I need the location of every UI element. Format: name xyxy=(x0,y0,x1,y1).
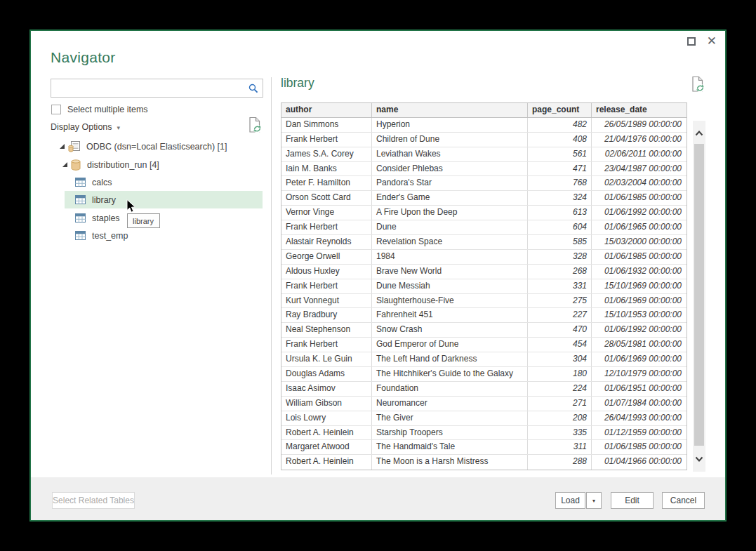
vertical-scrollbar[interactable] xyxy=(693,121,705,472)
search-box[interactable] xyxy=(51,79,263,98)
table-row[interactable]: Frank Herbert Dune Messiah 331 15/10/196… xyxy=(281,279,687,294)
tree-item-staples[interactable]: staples xyxy=(75,209,120,227)
refresh-tree-icon[interactable] xyxy=(248,117,262,136)
cell-page-count: 331 xyxy=(528,279,592,293)
column-header-page-count[interactable]: page_count xyxy=(528,103,592,117)
display-options-dropdown[interactable]: Display Options ▾ xyxy=(51,122,120,132)
display-options-label: Display Options xyxy=(51,122,112,132)
cell-page-count: 224 xyxy=(528,382,592,396)
cell-name: Snow Crash xyxy=(372,323,528,337)
table-row[interactable]: Peter F. Hamilton Pandora's Star 768 02/… xyxy=(281,176,687,191)
table-row[interactable]: Frank Herbert Dune 604 01/06/1965 00:00:… xyxy=(281,220,687,235)
column-header-release-date[interactable]: release_date xyxy=(592,103,686,117)
cell-author: Kurt Vonnegut xyxy=(281,294,372,308)
cell-page-count: 208 xyxy=(528,411,592,425)
tree-node-odbc-source[interactable]: ODBC (dsn=Local Elasticsearch) [1] xyxy=(59,138,227,155)
cell-release-date: 28/05/1981 00:00:00 xyxy=(592,338,686,352)
cell-name: Fahrenheit 451 xyxy=(372,308,528,322)
cell-page-count: 471 xyxy=(528,162,592,176)
cell-release-date: 12/10/1979 00:00:00 xyxy=(592,367,686,381)
table-row[interactable]: Dan Simmons Hyperion 482 26/05/1989 00:0… xyxy=(281,118,687,133)
tree-node-label: ODBC (dsn=Local Elasticsearch) [1] xyxy=(86,142,227,152)
cell-release-date: 02/06/2011 00:00:00 xyxy=(592,147,686,161)
table-row[interactable]: Vernor Vinge A Fire Upon the Deep 613 01… xyxy=(281,206,687,220)
cancel-button[interactable]: Cancel xyxy=(662,492,705,509)
table-row[interactable]: George Orwell 1984 328 01/06/1985 00:00:… xyxy=(281,250,687,265)
scrollbar-thumb[interactable] xyxy=(694,144,704,446)
table-header-row: author name page_count release_date xyxy=(281,103,687,118)
cell-release-date: 01/06/1965 00:00:00 xyxy=(592,220,686,234)
table-row[interactable]: Isaac Asimov Foundation 224 01/06/1951 0… xyxy=(281,382,687,397)
select-multiple-row[interactable]: Select multiple items xyxy=(51,105,148,114)
expand-collapse-icon[interactable] xyxy=(62,161,68,168)
page-title: Navigator xyxy=(51,49,116,66)
cell-release-date: 01/07/1984 00:00:00 xyxy=(592,397,686,411)
footer-bar: Select Related Tables Load ▾ Edit Cancel xyxy=(31,477,725,520)
tree-node-distribution-run[interactable]: distribution_run [4] xyxy=(62,156,159,173)
table-row[interactable]: Kurt Vonnegut Slaughterhouse-Five 275 01… xyxy=(281,294,687,309)
tree-item-library[interactable]: library xyxy=(75,191,116,208)
table-row[interactable]: James S.A. Corey Leviathan Wakes 561 02/… xyxy=(281,147,687,162)
cell-author: Lois Lowry xyxy=(281,411,372,425)
cell-release-date: 01/06/1951 00:00:00 xyxy=(592,382,686,396)
tree-item-calcs[interactable]: calcs xyxy=(75,173,112,191)
cell-release-date: 02/03/2004 00:00:00 xyxy=(592,176,686,190)
cell-author: Peter F. Hamilton xyxy=(281,176,372,190)
table-row[interactable]: Frank Herbert Children of Dune 408 21/04… xyxy=(281,133,687,147)
table-row[interactable]: Lois Lowry The Giver 208 26/04/1993 00:0… xyxy=(281,411,687,426)
table-row[interactable]: Robert A. Heinlein The Moon is a Harsh M… xyxy=(281,455,687,470)
table-row[interactable]: Iain M. Banks Consider Phlebas 471 23/04… xyxy=(281,162,687,177)
edit-button[interactable]: Edit xyxy=(611,492,654,509)
cell-name: Dune xyxy=(372,220,528,234)
table-row[interactable]: Margaret Atwood The Handmaid's Tale 311 … xyxy=(281,440,687,455)
scroll-down-icon[interactable] xyxy=(695,452,703,465)
select-related-tables-button[interactable]: Select Related Tables xyxy=(52,492,135,509)
cell-release-date: 15/10/1969 00:00:00 xyxy=(592,279,686,293)
cell-release-date: 15/03/2000 00:00:00 xyxy=(592,235,686,249)
table-row[interactable]: William Gibson Neuromancer 271 01/07/198… xyxy=(281,397,687,411)
column-header-name[interactable]: name xyxy=(372,103,528,117)
search-icon[interactable] xyxy=(248,84,258,93)
table-row[interactable]: Aldous Huxley Brave New World 268 01/06/… xyxy=(281,265,687,279)
cell-name: The Moon is a Harsh Mistress xyxy=(372,455,528,470)
table-row[interactable]: Frank Herbert God Emperor of Dune 454 28… xyxy=(281,338,687,352)
mouse-cursor-icon xyxy=(126,199,136,216)
cell-name: Ender's Game xyxy=(372,191,528,205)
tree-item-label: staples xyxy=(92,213,120,223)
table-row[interactable]: Alastair Reynolds Revelation Space 585 1… xyxy=(281,235,687,250)
load-dropdown-button[interactable]: ▾ xyxy=(586,492,602,509)
window-controls: ✕ xyxy=(687,36,717,46)
cell-page-count: 613 xyxy=(528,206,592,220)
table-row[interactable]: Ursula K. Le Guin The Left Hand of Darkn… xyxy=(281,352,687,367)
select-multiple-checkbox[interactable] xyxy=(51,105,61,114)
cell-author: Ursula K. Le Guin xyxy=(281,352,372,366)
cell-author: Iain M. Banks xyxy=(281,162,372,176)
expand-collapse-icon[interactable] xyxy=(59,143,65,150)
scroll-up-icon[interactable] xyxy=(695,126,703,139)
pane-divider xyxy=(271,77,272,474)
cell-page-count: 328 xyxy=(528,250,592,264)
table-row[interactable]: Douglas Adams The Hitchhiker's Guide to … xyxy=(281,367,687,382)
cell-release-date: 26/04/1993 00:00:00 xyxy=(592,411,686,425)
cell-name: The Handmaid's Tale xyxy=(372,440,528,454)
refresh-preview-icon[interactable] xyxy=(691,76,705,95)
cell-author: Orson Scott Card xyxy=(281,191,372,205)
tree-item-test-emp[interactable]: test_emp xyxy=(75,227,128,244)
cell-release-date: 01/12/1959 00:00:00 xyxy=(592,426,686,440)
cell-name: Foundation xyxy=(372,382,528,396)
maximize-icon[interactable] xyxy=(687,37,696,46)
tree-node-label: distribution_run [4] xyxy=(87,160,159,170)
table-row[interactable]: Ray Bradbury Fahrenheit 451 227 15/10/19… xyxy=(281,308,687,323)
table-row[interactable]: Orson Scott Card Ender's Game 324 01/06/… xyxy=(281,191,687,206)
cell-author: Ray Bradbury xyxy=(281,308,372,322)
cell-author: Frank Herbert xyxy=(281,220,372,234)
table-row[interactable]: Neal Stephenson Snow Crash 470 01/06/199… xyxy=(281,323,687,338)
search-input[interactable] xyxy=(51,79,248,97)
close-icon[interactable]: ✕ xyxy=(707,36,717,46)
tree-item-label: test_emp xyxy=(92,231,128,241)
table-row[interactable]: Robert A. Heinlein Starship Troopers 335… xyxy=(281,426,687,441)
cell-page-count: 324 xyxy=(528,191,592,205)
load-button[interactable]: Load xyxy=(555,492,585,509)
cell-page-count: 271 xyxy=(528,397,592,411)
column-header-author[interactable]: author xyxy=(281,103,372,117)
